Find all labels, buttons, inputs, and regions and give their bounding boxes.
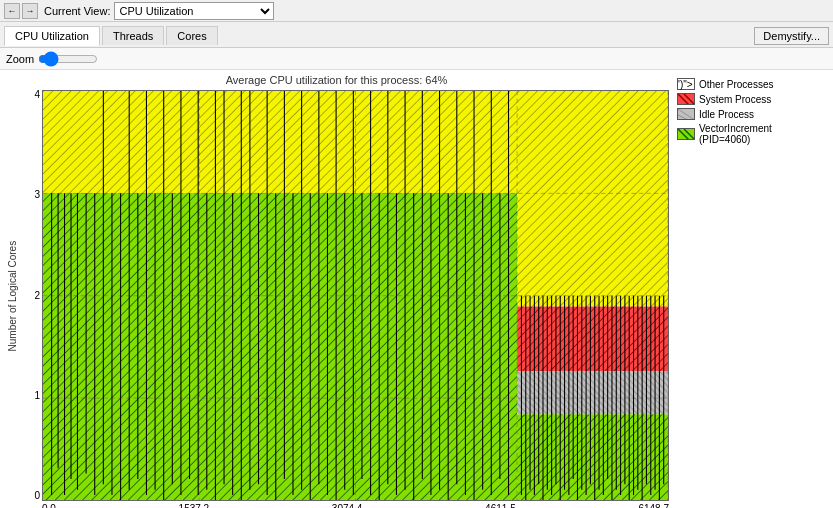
chart-area: Average CPU utilization for this process… [4,74,669,508]
back-button[interactable]: ← [4,3,20,19]
y-axis-label: Number of Logical Cores [4,90,20,501]
svg-rect-9 [43,91,517,193]
x-tick-3074: 3074.4 [332,503,363,508]
zoom-label: Zoom [6,53,34,65]
y-tick-0: 0 [24,491,40,501]
x-ticks: 0.0 1537.2 3074.4 4611.5 6148.7 [42,501,669,508]
zoom-bar: Zoom [0,48,833,70]
legend-item-vector-increment: VectorIncrement (PID=4060) [677,123,821,145]
legend-swatch-other-processes: ')"> [677,78,695,90]
tab-bar: CPU Utilization Threads Cores Demystify.… [0,22,833,48]
chart-main: Number of Logical Cores 0 1 2 3 4 [4,90,669,501]
y-tick-4: 4 [24,90,40,100]
legend-item-idle-process: Idle Process [677,108,821,120]
x-tick-4611: 4611.5 [485,503,516,508]
x-axis-area: 0.0 1537.2 3074.4 4611.5 6148.7 [4,501,669,508]
current-view-label: Current View: [44,5,110,17]
legend-swatch-vector-increment [677,128,695,140]
toolbar: ← → Current View: CPU Utilization [0,0,833,22]
legend-item-system-process: System Process [677,93,821,105]
svg-rect-12 [517,307,668,372]
current-view-select[interactable]: CPU Utilization [114,2,274,20]
tab-threads[interactable]: Threads [102,26,164,45]
y-ticks: 0 1 2 3 4 [22,90,42,501]
zoom-slider[interactable] [38,53,98,65]
x-tick-6148: 6148.7 [638,503,669,508]
y-tick-3: 3 [24,190,40,200]
main-content: Average CPU utilization for this process… [0,70,833,508]
legend-item-other-processes: ')"> Other Processes [677,78,821,90]
y-tick-1: 1 [24,391,40,401]
nav-arrows: ← → [4,3,38,19]
graph-wrapper [42,90,669,501]
legend-label-system-process: System Process [699,94,771,105]
graph-svg [43,91,668,500]
legend-swatch-system-process [677,93,695,105]
demystify-button[interactable]: Demystify... [754,27,829,45]
tab-cpu-utilization[interactable]: CPU Utilization [4,26,100,46]
y-tick-2: 2 [24,291,40,301]
legend-label-idle-process: Idle Process [699,109,754,120]
chart-container: Average CPU utilization for this process… [0,70,833,508]
svg-rect-10 [43,193,517,500]
svg-rect-11 [517,91,668,307]
legend: ')"> Other Processes System Process Idle… [669,74,829,508]
tab-cores[interactable]: Cores [166,26,217,45]
svg-rect-13 [517,371,668,414]
legend-label-other-processes: Other Processes [699,79,773,90]
legend-label-vector-increment: VectorIncrement (PID=4060) [699,123,821,145]
svg-rect-14 [517,414,668,500]
chart-title: Average CPU utilization for this process… [4,74,669,86]
x-tick-0: 0.0 [42,503,56,508]
forward-button[interactable]: → [22,3,38,19]
x-tick-1537: 1537.2 [179,503,210,508]
legend-swatch-idle-process [677,108,695,120]
